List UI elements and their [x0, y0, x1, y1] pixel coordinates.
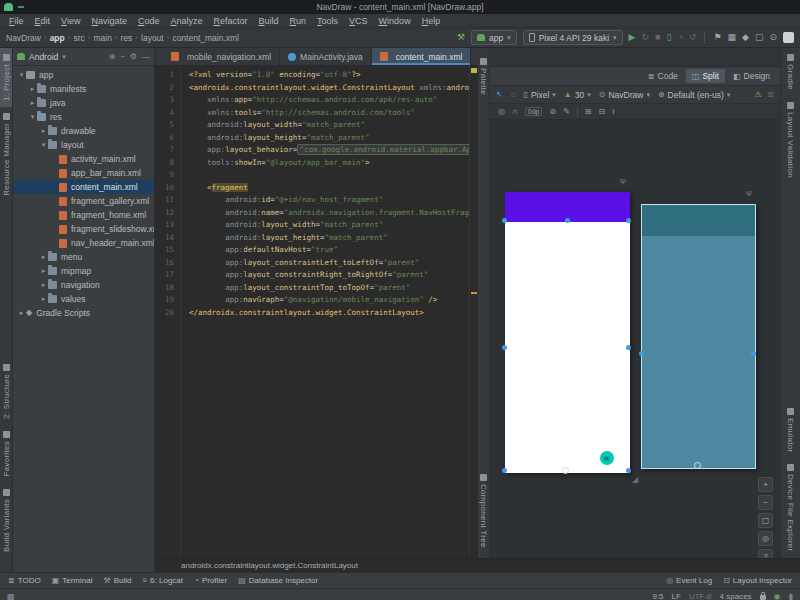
- tree-item-activity-main-xml[interactable]: activity_main.xml: [13, 152, 154, 166]
- run-config-select[interactable]: app▾: [471, 30, 517, 45]
- selection-handle[interactable]: [626, 345, 631, 350]
- chevron-right-icon[interactable]: ▸: [28, 85, 37, 93]
- tab-mainactivity-java[interactable]: MainActivity.java: [280, 48, 372, 65]
- tree-item-layout[interactable]: ▾layout: [13, 138, 154, 152]
- profiler-button[interactable]: ◔Profiler: [194, 576, 227, 585]
- tool-button-1-project[interactable]: 1: Project: [0, 48, 12, 107]
- code-line-11[interactable]: android:id="@+id/nav_host_fragment": [189, 194, 469, 207]
- zoom-in-button[interactable]: +: [758, 477, 773, 492]
- code-line-10[interactable]: <fragment: [189, 182, 469, 195]
- tree-item-menu[interactable]: ▸menu: [13, 250, 154, 264]
- breadcrumb-item-content-main-xml[interactable]: content_main.xml: [172, 33, 239, 43]
- code-line-7[interactable]: app:layout_behavior="com.google.android.…: [189, 144, 469, 157]
- hammer-build-icon[interactable]: ⚒: [457, 33, 465, 42]
- tool-window-switcher-icon[interactable]: ▦: [7, 592, 15, 600]
- baseline-handle[interactable]: [562, 467, 569, 474]
- code-line-8[interactable]: tools:showIn="@layout/app_bar_main">: [189, 157, 469, 170]
- selection-handle[interactable]: [626, 218, 631, 223]
- layout-inspector-button[interactable]: ⊡Layout Inspector: [723, 576, 792, 585]
- tree-item-res[interactable]: ▾res: [13, 110, 154, 124]
- breadcrumb-item-res[interactable]: res: [121, 33, 133, 43]
- editor-scrollbar[interactable]: [469, 66, 478, 558]
- indent-setting[interactable]: 4 spaces: [720, 592, 752, 600]
- tree-item-fragment-slideshow-xml[interactable]: fragment_slideshow.xml: [13, 222, 154, 236]
- lock-icon[interactable]: [760, 595, 766, 600]
- profile-app-icon[interactable]: ◔: [677, 33, 682, 42]
- chevron-right-icon[interactable]: ▸: [28, 99, 37, 107]
- resize-handle-icon[interactable]: ◢: [632, 475, 638, 484]
- zoom-out-button[interactable]: −: [758, 495, 773, 510]
- xml-breadcrumb-item[interactable]: androidx.constraintlayout.widget.Constra…: [181, 561, 358, 570]
- device-preview-design[interactable]: ✉: [505, 192, 630, 473]
- view-options-icon[interactable]: ◎: [498, 107, 505, 116]
- selection-handle[interactable]: [751, 351, 756, 356]
- tool-button-favorites[interactable]: Favorites: [0, 425, 12, 483]
- tree-item-fragment-gallery-xml[interactable]: fragment_gallery.xml: [13, 194, 154, 208]
- appbar-blueprint[interactable]: [642, 205, 755, 236]
- device-manager-icon[interactable]: ⚑: [713, 33, 721, 42]
- default-margins-button[interactable]: 0dp: [525, 107, 543, 116]
- tree-item-gradle-scripts[interactable]: ▸◆Gradle Scripts: [13, 306, 154, 320]
- selection-handle[interactable]: [502, 345, 507, 350]
- baseline-handle[interactable]: [694, 462, 701, 469]
- sdk-manager-icon[interactable]: ▦: [728, 33, 737, 42]
- tree-item-values[interactable]: ▸values: [13, 292, 154, 306]
- stop-button[interactable]: ■: [655, 33, 660, 42]
- build-button[interactable]: ⚒Build: [103, 576, 131, 585]
- attach-debugger-icon[interactable]: ▯: [666, 33, 671, 42]
- autoconnect-magnet-icon[interactable]: ∩: [512, 107, 518, 116]
- database-inspector-button[interactable]: ▤Database Inspector: [238, 576, 318, 585]
- tool-button-layout-validation[interactable]: Layout Validation: [786, 96, 795, 184]
- chevron-right-icon[interactable]: ▸: [39, 267, 48, 275]
- todo-button[interactable]: ≣TODO: [8, 576, 41, 585]
- tree-item-app[interactable]: ▾app: [13, 68, 154, 82]
- gradle-sync-icon[interactable]: ◆: [742, 33, 749, 42]
- user-avatar[interactable]: [783, 32, 794, 43]
- design-canvas[interactable]: Ψ Ψ ✉: [490, 120, 780, 558]
- code-line-3[interactable]: xmlns:app="http://schemas.android.com/ap…: [189, 94, 469, 107]
- infer-constraints-icon[interactable]: I: [612, 107, 614, 116]
- menu-tools[interactable]: Tools: [312, 16, 343, 26]
- breadcrumb-item-src[interactable]: src: [73, 33, 84, 43]
- code-line-17[interactable]: app:layout_constraintRight_toRightOf="pa…: [189, 269, 469, 282]
- align-icon[interactable]: ⊟: [599, 107, 606, 116]
- search-everywhere-icon[interactable]: ⊙: [769, 33, 777, 42]
- selection-handle[interactable]: [502, 468, 507, 473]
- pan-view-button[interactable]: ◎: [758, 531, 773, 546]
- tree-item-fragment-home-xml[interactable]: fragment_home.xml: [13, 208, 154, 222]
- chevron-right-icon[interactable]: ▸: [17, 309, 26, 317]
- project-view-select[interactable]: Android: [29, 52, 58, 62]
- menu-window[interactable]: Window: [374, 16, 416, 26]
- tool-button-emulator[interactable]: Emulator: [786, 402, 795, 458]
- fab-button[interactable]: ✉: [600, 451, 614, 465]
- locate-file-icon[interactable]: ⊕: [109, 52, 116, 61]
- help-button[interactable]: ?: [758, 549, 773, 558]
- menu-navigate[interactable]: Navigate: [86, 16, 132, 26]
- settings-gear-icon[interactable]: ⚙: [130, 52, 137, 61]
- tool-button-build-variants[interactable]: Build Variants: [0, 483, 12, 558]
- chevron-down-icon[interactable]: ▾: [39, 141, 48, 149]
- breadcrumb-item-navdraw[interactable]: NavDraw: [6, 33, 41, 43]
- selection-handle[interactable]: [639, 351, 644, 356]
- highlighting-level-icon[interactable]: ◉: [774, 592, 781, 600]
- code-line-15[interactable]: app:defaultNavHost="true": [189, 244, 469, 257]
- code-line-20[interactable]: </androidx.constraintlayout.widget.Const…: [189, 307, 469, 320]
- terminal-button[interactable]: ▣Terminal: [52, 576, 93, 585]
- file-encoding[interactable]: UTF-8: [689, 592, 712, 600]
- mode-tab-code[interactable]: ≣Code: [642, 69, 684, 83]
- tree-item-nav-header-main-xml[interactable]: nav_header_main.xml: [13, 236, 154, 250]
- code-line-12[interactable]: android:name="androidx.navigation.fragme…: [189, 207, 469, 220]
- editor-actions-icon[interactable]: ≣: [767, 90, 774, 99]
- code-line-19[interactable]: app:navGraph="@navigation/mobile_navigat…: [189, 294, 469, 307]
- code-line-5[interactable]: android:layout_width="match_parent": [189, 119, 469, 132]
- palette-tool-button[interactable]: Palette: [479, 58, 488, 95]
- code-line-4[interactable]: xmlns:tools="http://schemas.android.com/…: [189, 107, 469, 120]
- menu-code[interactable]: Code: [133, 16, 165, 26]
- cursor-position[interactable]: 9:5: [652, 592, 663, 600]
- device-preview-blueprint[interactable]: [641, 204, 756, 469]
- event-log-button[interactable]: ◎Event Log: [666, 576, 712, 585]
- code-line-9[interactable]: [189, 169, 469, 182]
- tree-item-java[interactable]: ▸java: [13, 96, 154, 110]
- config-navdraw-select[interactable]: ⊙NavDraw▾: [599, 90, 650, 100]
- chevron-right-icon[interactable]: ▸: [39, 281, 48, 289]
